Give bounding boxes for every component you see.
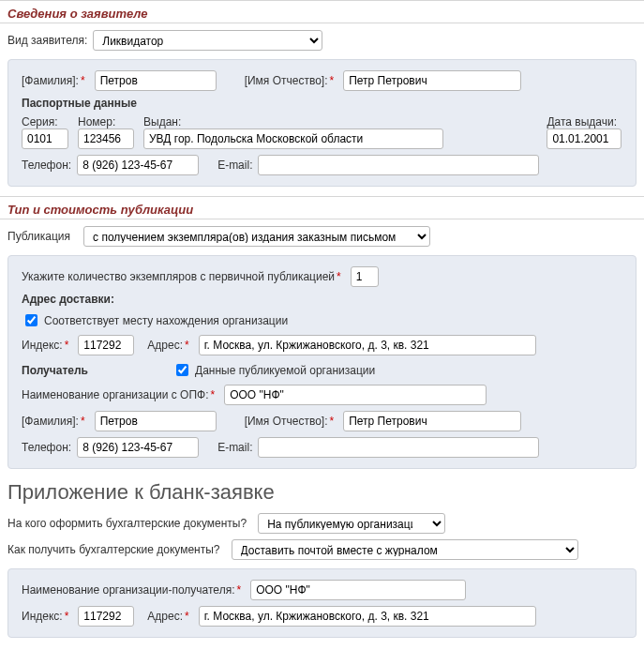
applicant-fam-label: [Фамилия]:*: [22, 74, 89, 87]
vydan-label: Выдан:: [143, 115, 181, 128]
data-input[interactable]: [547, 128, 622, 149]
data-label: Дата выдачи:: [547, 115, 617, 128]
applicant-tel-label: Телефон:: [22, 159, 71, 172]
applicant-type-select[interactable]: Ликвидатор: [93, 30, 322, 51]
attachment-heading: Приложение к бланк-заявке: [7, 480, 637, 505]
attach-index-label: Индекс:*: [22, 610, 72, 623]
deliv-addr-input[interactable]: [199, 335, 536, 355]
deliv-index-label: Индекс:*: [22, 339, 72, 352]
section-header-publication: Тип и стоимость публикации: [0, 196, 644, 219]
recip-email-input[interactable]: [258, 437, 539, 458]
applicant-email-input[interactable]: [258, 155, 539, 175]
attach-org-label: Наименование организации-получателя:*: [22, 583, 245, 597]
deliv-addr-label: Адрес:*: [147, 339, 192, 352]
applicant-type-label: Вид заявителя:: [7, 34, 87, 47]
publication-label: Публикация: [7, 230, 70, 243]
recip-name-input[interactable]: [343, 411, 521, 431]
pub-org-checkbox[interactable]: [176, 364, 188, 376]
same-org-label: Соответствует месту нахождения организац…: [44, 314, 288, 327]
attach-addr-input[interactable]: [199, 606, 536, 627]
org-opf-input[interactable]: [224, 385, 487, 405]
recip-tel-label: Телефон:: [22, 441, 71, 454]
q1-select[interactable]: На публикуемую организацию: [258, 513, 445, 534]
recip-tel-input[interactable]: [77, 437, 199, 458]
q2-select[interactable]: Доставить почтой вместе с журналом: [232, 539, 578, 560]
attach-index-input[interactable]: [78, 606, 134, 627]
nomer-input[interactable]: [78, 128, 134, 149]
q2-label: Как получить бухгалтерские документы?: [7, 543, 220, 556]
recip-email-label: E-mail:: [217, 441, 252, 454]
applicant-email-label: E-mail:: [217, 159, 252, 172]
applicant-name-label: [Имя Отчество]:*: [245, 74, 338, 87]
attach-org-input[interactable]: [250, 580, 466, 600]
nomer-label: Номер:: [78, 115, 115, 128]
org-opf-label: Наименование организации с ОПФ:*: [22, 388, 218, 401]
attach-addr-label: Адрес:*: [147, 610, 192, 623]
recipient-header: Получатель: [22, 364, 88, 377]
applicant-name-input[interactable]: [343, 70, 521, 91]
deliv-index-input[interactable]: [78, 335, 134, 355]
applicant-tel-input[interactable]: [77, 155, 199, 175]
vydan-input[interactable]: [143, 128, 443, 149]
seria-input[interactable]: [22, 128, 68, 149]
attachment-panel: Наименование организации-получателя:* Ин…: [7, 568, 637, 638]
section-header-applicant: Сведения о заявителе: [0, 0, 644, 23]
copies-label: Укажите количество экземпляров с первичн…: [22, 270, 345, 283]
recip-name-label: [Имя Отчество]:*: [245, 415, 338, 428]
copies-input[interactable]: [351, 266, 379, 287]
applicant-panel: [Фамилия]:* [Имя Отчество]:* Паспортные …: [7, 59, 637, 187]
delivery-header: Адрес доставки:: [14, 290, 630, 309]
recip-fam-label: [Фамилия]:*: [22, 415, 89, 428]
publication-select[interactable]: с получением экземпляра(ов) издания зака…: [83, 226, 430, 247]
same-org-checkbox[interactable]: [25, 314, 37, 326]
q1-label: На кого оформить бухгалтерские документы…: [7, 517, 247, 530]
passport-header: Паспортные данные: [14, 94, 630, 113]
pub-org-label: Данные публикуемой организации: [195, 364, 375, 377]
seria-label: Серия:: [22, 115, 58, 128]
recip-fam-input[interactable]: [95, 411, 217, 431]
applicant-fam-input[interactable]: [95, 70, 217, 91]
publication-panel: Укажите количество экземпляров с первичн…: [7, 255, 637, 469]
